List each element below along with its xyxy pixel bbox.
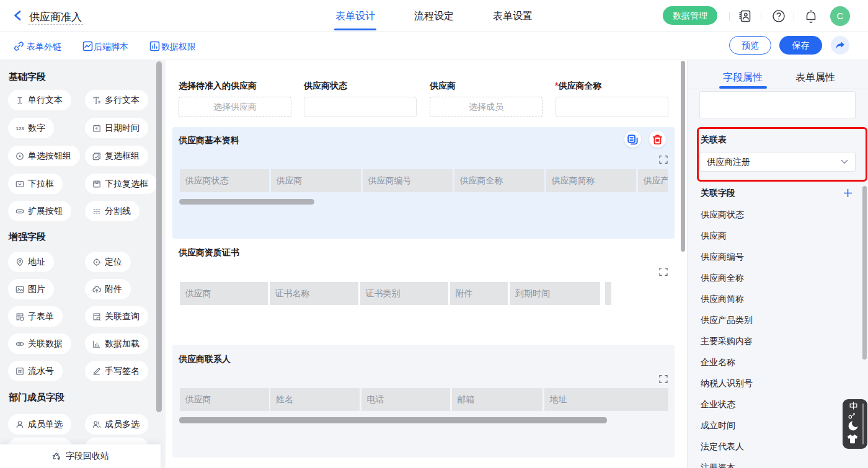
svg-text:123: 123 bbox=[16, 126, 24, 131]
